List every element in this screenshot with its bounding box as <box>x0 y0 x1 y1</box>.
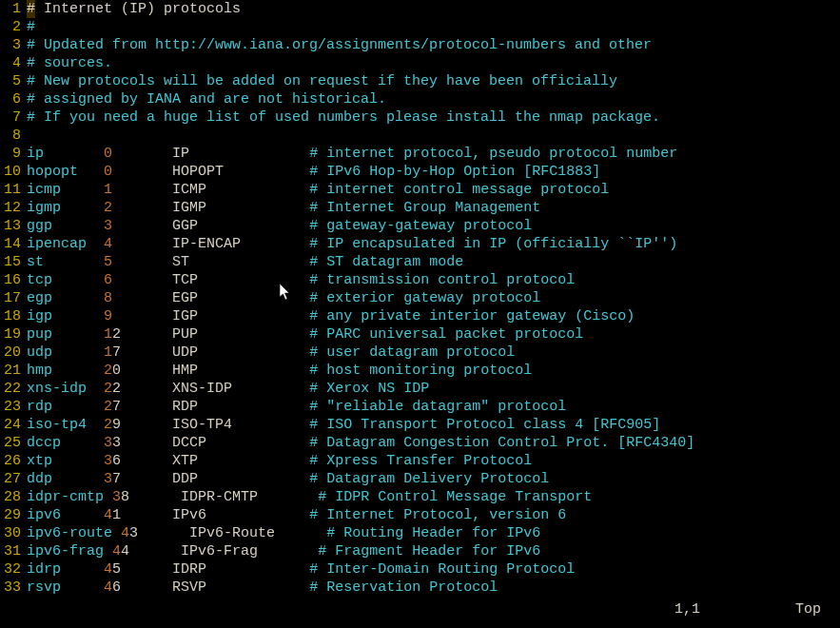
proto-num-rest: 7 <box>112 471 164 487</box>
proto-num-rest: 9 <box>112 417 164 433</box>
proto-num-rest <box>112 164 164 180</box>
protocol-row: 11icmp 1 ICMP # internet control message… <box>0 181 840 199</box>
proto-num-first: 2 <box>104 399 112 415</box>
proto-num-first: 3 <box>104 471 112 487</box>
proto-num-rest: 3 <box>129 525 181 541</box>
proto-desc: # Xpress Transfer Protocol <box>309 453 532 469</box>
protocol-row: 15st 5 ST # ST datagram mode <box>0 253 840 271</box>
line-number: 11 <box>0 181 27 199</box>
proto-alias: ST <box>172 254 301 270</box>
proto-name: st <box>27 254 95 270</box>
proto-alias: XNS-IDP <box>172 381 301 397</box>
proto-alias: RDP <box>172 399 301 415</box>
proto-alias: IPv6-Route <box>189 525 318 541</box>
proto-num-first: 4 <box>104 579 112 596</box>
proto-desc: # internet protocol, pseudo protocol num… <box>309 146 677 162</box>
proto-name: ddp <box>27 471 95 487</box>
proto-num-rest: 2 <box>112 381 164 397</box>
proto-num-first: 0 <box>104 146 112 162</box>
proto-desc: # gateway-gateway protocol <box>309 218 532 234</box>
line-number: 5 <box>0 72 27 90</box>
proto-alias: ISO-TP4 <box>172 417 301 433</box>
comment-text: Internet (IP) protocols <box>35 1 241 17</box>
line-number: 19 <box>0 325 27 343</box>
proto-num-first: 3 <box>104 453 112 469</box>
proto-num-first: 9 <box>104 308 112 324</box>
proto-alias: IPv6 <box>172 507 301 523</box>
editor-line: 5# New protocols will be added on reques… <box>0 72 840 90</box>
proto-desc: # IPv6 Hop-by-Hop Option [RFC1883] <box>309 164 600 180</box>
proto-num-rest: 4 <box>121 543 172 559</box>
proto-name: ip <box>27 146 95 162</box>
line-number: 12 <box>0 199 27 217</box>
proto-num-first: 0 <box>104 164 112 180</box>
protocol-row: 17egp 8 EGP # exterior gateway protocol <box>0 289 840 307</box>
comment-text: # If you need a huge list of used number… <box>27 108 840 127</box>
editor-line: 7# If you need a huge list of used numbe… <box>0 108 840 127</box>
proto-alias: ICMP <box>172 182 301 198</box>
proto-desc: # any private interior gateway (Cisco) <box>309 308 635 324</box>
line-number: 15 <box>0 253 27 271</box>
proto-name: xtp <box>27 453 95 469</box>
proto-name: igp <box>27 308 95 324</box>
protocol-row: 16tcp 6 TCP # transmission control proto… <box>0 271 840 289</box>
proto-name: pup <box>27 326 95 343</box>
proto-num-first: 1 <box>104 182 112 198</box>
scroll-indicator: Top <box>795 600 821 618</box>
proto-desc: # IP encapsulated in IP (officially ``IP… <box>309 236 677 252</box>
line-number: 33 <box>0 579 27 597</box>
proto-desc: # ST datagram mode <box>309 254 463 270</box>
proto-num-first: 3 <box>104 435 112 451</box>
proto-num-first: 4 <box>104 507 112 523</box>
line-number: 7 <box>0 108 27 127</box>
cursor: # <box>27 0 35 18</box>
proto-num-first: 3 <box>112 489 121 505</box>
proto-num-first: 1 <box>104 326 112 343</box>
proto-name: icmp <box>27 182 95 198</box>
editor-viewport[interactable]: 1# Internet (IP) protocols 2# 3# Updated… <box>0 0 840 628</box>
proto-name: tcp <box>27 272 95 288</box>
line-number: 4 <box>0 54 27 72</box>
proto-desc: # internet control message protocol <box>309 182 609 198</box>
proto-name: idrp <box>27 561 95 578</box>
proto-num-first: 3 <box>104 218 112 234</box>
proto-alias: IDRP <box>172 561 301 578</box>
proto-desc: # PARC universal packet protocol <box>309 326 583 343</box>
line-number: 30 <box>0 524 27 542</box>
line-number: 29 <box>0 506 27 524</box>
proto-num-rest <box>112 218 164 234</box>
proto-alias: UDP <box>172 344 301 361</box>
comment-text: # <box>27 18 840 36</box>
line-number: 23 <box>0 398 27 416</box>
protocol-row: 28idpr-cmtp 38 IDPR-CMTP # IDPR Control … <box>0 488 840 506</box>
proto-alias: EGP <box>172 290 301 306</box>
proto-num-rest: 0 <box>112 363 164 379</box>
proto-alias: IP <box>172 146 301 162</box>
line-number: 25 <box>0 434 27 452</box>
proto-desc: # "reliable datagram" protocol <box>309 399 566 415</box>
cursor-position: 1,1 <box>674 600 700 618</box>
proto-num-first: 2 <box>104 200 112 216</box>
proto-name: udp <box>27 344 95 361</box>
proto-name: ggp <box>27 218 95 234</box>
protocol-row: 29ipv6 41 IPv6 # Internet Protocol, vers… <box>0 506 840 524</box>
proto-name: ipencap <box>27 236 95 252</box>
protocol-row: 27ddp 37 DDP # Datagram Delivery Protoco… <box>0 470 840 488</box>
proto-name: ipv6-frag <box>27 543 104 559</box>
line-number: 28 <box>0 488 27 506</box>
editor-line: 4# sources. <box>0 54 840 72</box>
line-number: 18 <box>0 307 27 325</box>
comment-text: # assigned by IANA and are not historica… <box>27 90 840 108</box>
line-number: 17 <box>0 289 27 307</box>
comment-text: # Updated from http://www.iana.org/assig… <box>27 36 840 54</box>
line-number: 14 <box>0 235 27 253</box>
proto-alias: IP-ENCAP <box>172 236 301 252</box>
proto-num-rest <box>112 308 164 324</box>
protocol-row: 19pup 12 PUP # PARC universal packet pro… <box>0 325 840 343</box>
line-number: 27 <box>0 470 27 488</box>
proto-desc: # host monitoring protocol <box>309 363 532 379</box>
editor-line: 6# assigned by IANA and are not historic… <box>0 90 840 108</box>
proto-num-first: 2 <box>104 363 112 379</box>
line-number: 20 <box>0 343 27 362</box>
line-number: 31 <box>0 542 27 560</box>
